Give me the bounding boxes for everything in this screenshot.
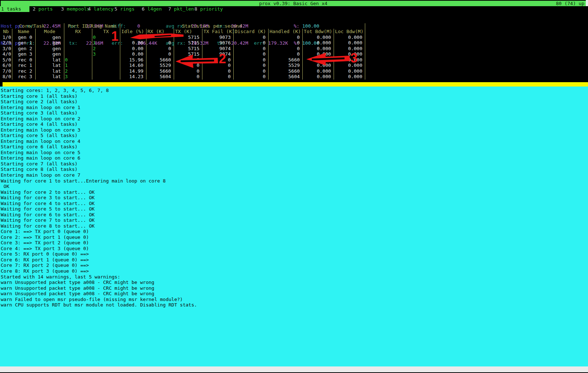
stat-segment: avg rx: — [157, 40, 192, 46]
group-header: Port ID/Ring Name — [64, 23, 120, 29]
cell-tx — [92, 68, 120, 74]
log-line: Entering main loop on core 4 — [1, 139, 588, 144]
log-line: Starting core 7 (all tasks) — [1, 161, 588, 167]
log-line: OK — [1, 184, 588, 189]
log-line: Started with 14 warnings, last 5 warning… — [1, 274, 588, 280]
cell-tx_fail_k: 9074 — [202, 46, 233, 52]
cell-tot_bdw_m: 0.000 — [302, 51, 334, 57]
log-line: warn Failed to open msr pseudo-file (mis… — [1, 297, 588, 302]
prox-terminal-window: prox v0.39: Basic Gen x4 80 (74) up 1tas… — [0, 0, 588, 373]
cell-mode: gen — [35, 35, 64, 40]
annotation-label-1: 1 — [111, 30, 118, 43]
cell-tot_bdw_m: 0.000 — [302, 46, 334, 52]
log-line: Entering main loop on core 3 — [1, 127, 588, 133]
cell-idle — [120, 35, 146, 40]
column-header: RX — [64, 29, 92, 35]
log-line: Starting core 2 (all tasks) — [1, 99, 588, 105]
log-line: Core 5: RX port 0 (queue 0) ==> — [1, 251, 588, 257]
log-line: Starting core 4 (all tasks) — [1, 121, 588, 127]
cell-loc_bdw_m: 0.000 — [334, 63, 365, 68]
tab-l4gen[interactable]: 6l4gen — [142, 6, 162, 12]
tab-number: 7 — [168, 6, 171, 12]
column-header: Mode — [35, 29, 64, 35]
cell-rx: 0 — [64, 57, 92, 63]
log-line: Starting core 3 (all tasks) — [1, 110, 588, 116]
log-line: Waiting for core 3 to start... OK — [1, 195, 588, 201]
tab-mempools[interactable]: 3mempools — [61, 6, 89, 12]
log-line: Entering main loop on core 6 — [1, 155, 588, 161]
cell-nb: 6/0 — [0, 63, 12, 68]
cell-tot_bdw_m: 0.000 — [302, 35, 334, 40]
cell-tot_bdw_m: 0.000 — [302, 63, 334, 68]
cell-tx: 2 — [92, 46, 120, 52]
tab-label: tasks — [7, 6, 21, 12]
stat-segment: 22.45M — [43, 23, 60, 29]
cell-handled_k: 0 — [268, 51, 302, 57]
table-row: 5/0rec 0lat015.96566000056600.0000.000 — [0, 57, 365, 63]
cell-tx_fail_k: 9074 — [202, 51, 233, 57]
tab-ports[interactable]: 2ports — [33, 6, 53, 12]
cell-rx_k: 5604 — [146, 74, 174, 80]
log-output-area: Starting cores: 1, 2, 3, 4, 5, 6, 7, 8St… — [0, 87, 588, 366]
table-row: 1/0gen 0gen057159073000.0000.000 — [0, 35, 365, 40]
log-line: Waiting for core 7 to start... OK — [1, 217, 588, 223]
tab-latency[interactable]: 4latency — [88, 6, 114, 12]
log-line: Core 3: ==> TX port 2 (queue 0) — [1, 240, 588, 246]
cell-tx_k: 5715 — [174, 46, 202, 52]
tab-tasks[interactable]: 1tasks — [0, 6, 29, 12]
cell-discard_k: 0 — [233, 63, 268, 68]
cell-loc_bdw_m: 0.000 — [334, 46, 365, 52]
cell-loc_bdw_m: 0.000 — [334, 35, 365, 40]
stat-segment: tx: — [60, 40, 86, 46]
log-line: Entering main loop on core 2 — [1, 116, 588, 122]
stat-segment: 100.00 — [302, 23, 319, 29]
tab-pkt_len[interactable]: 7pkt_len — [168, 6, 194, 12]
log-line: Starting core 5 (all tasks) — [1, 133, 588, 139]
cell-loc_bdw_m: 0.000 — [334, 68, 365, 74]
cell-loc_bdw_m: 0.000 — [334, 51, 365, 57]
cell-handled_k: 5529 — [268, 63, 302, 68]
cell-nb: 7/0 — [0, 68, 12, 74]
cell-discard_k: 0 — [233, 57, 268, 63]
cell-tx_k: 0 — [174, 57, 202, 63]
cell-handled_k: 5660 — [268, 68, 302, 74]
cell-loc_bdw_m: 0.000 — [334, 40, 365, 46]
tab-priority[interactable]: 8priority — [194, 6, 223, 12]
annotation-label-2: 2 — [219, 52, 226, 65]
command-status-bar[interactable]: Enter 'help' or command, <ESC> or 'quit'… — [0, 366, 588, 372]
cell-mode: lat — [35, 63, 64, 68]
cell-loc_bdw_m: 0.000 — [334, 74, 365, 80]
log-line: warn Unsupported packet type a008 - CRC … — [1, 291, 588, 297]
cell-handled_k: 5660 — [268, 57, 302, 63]
table-row: 7/0rec 2lat214.99566000056600.0000.000 — [0, 68, 365, 74]
cell-handled_k: 0 — [268, 35, 302, 40]
cell-tx_k: 0 — [174, 74, 202, 80]
cell-idle: 15.96 — [120, 57, 146, 63]
stat-segment: 0 — [137, 23, 140, 29]
cell-rx: 2 — [64, 68, 92, 74]
tab-number: 8 — [194, 6, 197, 12]
cell-rx_k — [146, 35, 174, 40]
log-line: warn Unsupported packet type a008 - CRC … — [1, 285, 588, 291]
cell-tx_fail_k: 0 — [202, 74, 233, 80]
tab-rings[interactable]: 5rings — [114, 6, 134, 12]
stat-segment: 179.32K — [268, 40, 288, 46]
cell-tx: 3 — [92, 51, 120, 57]
log-line: Core 8: RX port 3 (queue 0) ==> — [1, 268, 588, 274]
log-line: Waiting for core 6 to start... OK — [1, 212, 588, 218]
cell-discard_k: 0 — [233, 51, 268, 57]
tab-number: 4 — [88, 6, 91, 12]
log-line: warn CPU supports RDT but msr module not… — [1, 302, 588, 308]
title-bar: prox v0.39: Basic Gen x4 80 (74) up — [1, 1, 586, 6]
cell-discard_k: 0 — [233, 74, 268, 80]
cell-discard_k: 0 — [233, 68, 268, 74]
cell-tx — [92, 74, 120, 80]
screen-tab-bar: 1tasks2ports3mempools4latency5rings6l4ge… — [0, 6, 588, 12]
cell-name: gen 3 — [12, 51, 35, 57]
column-header: Nb — [0, 29, 12, 35]
cell-idle: 14.60 — [120, 63, 146, 68]
column-header: Loc Bdw(M) — [334, 29, 365, 35]
log-line: warn Unsupported packet type a008 - CRC … — [1, 280, 588, 285]
column-header: TX (K) — [174, 29, 202, 35]
cell-tx_fail_k: 0 — [202, 57, 233, 63]
